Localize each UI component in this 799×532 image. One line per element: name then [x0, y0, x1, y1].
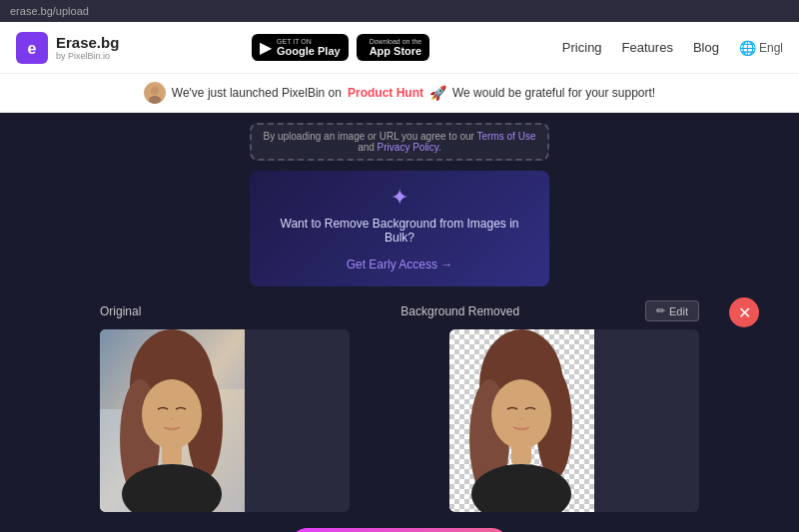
product-hunt-link[interactable]: Product Hunt [348, 86, 423, 100]
promo-banner: ✦ Want to Remove Background from Images … [250, 171, 549, 286]
main-content: By uploading an image or URL you agree t… [0, 113, 799, 532]
google-play-button[interactable]: ▶ GET IT ON Google Play [252, 34, 349, 61]
removed-image-container [449, 329, 699, 512]
background-removed-label: Background Removed [400, 304, 519, 318]
result-header: Original Background Removed ✏ Edit [100, 300, 699, 321]
nav-links: Pricing Features Blog 🌐 Engl [562, 40, 783, 56]
banner-text-after: We would be grateful for your support! [452, 86, 655, 100]
promo-icon: ✦ [266, 185, 533, 211]
original-label: Original [100, 304, 141, 318]
logo-sub: by PixelBin.io [56, 51, 119, 61]
language-selector[interactable]: 🌐 Engl [739, 40, 783, 56]
edit-icon: ✏ [656, 304, 665, 317]
svg-point-4 [149, 96, 161, 104]
app-store-text: Download on the App Store [370, 38, 422, 57]
download-button[interactable]: Download Original Size [290, 528, 509, 532]
early-access-button[interactable]: Get Early Access → [347, 258, 453, 271]
app-store-top-label: Download on the [370, 38, 422, 45]
upload-area: By uploading an image or URL you agree t… [250, 123, 549, 161]
features-link[interactable]: Features [622, 40, 673, 55]
app-store-button[interactable]: Download on the App Store [357, 34, 430, 61]
browser-bar: erase.bg/upload [0, 0, 799, 22]
logo-text-area: Erase.bg by PixelBin.io [56, 34, 119, 61]
privacy-link[interactable]: Privacy Policy. [378, 142, 441, 153]
logo-title: Erase.bg [56, 34, 119, 51]
svg-point-3 [151, 87, 159, 95]
original-image-container [100, 329, 350, 512]
blog-link[interactable]: Blog [693, 40, 719, 55]
terms-text: By uploading an image or URL you agree t… [264, 131, 474, 142]
terms-link[interactable]: Terms of Use [477, 131, 536, 142]
close-button[interactable]: ✕ [729, 297, 759, 327]
svg-point-20 [491, 379, 551, 449]
lang-label: Engl [759, 41, 783, 55]
logo-area: e Erase.bg by PixelBin.io [16, 32, 119, 64]
original-image [100, 329, 245, 512]
google-play-icon: ▶ [260, 38, 272, 57]
google-play-text: GET IT ON Google Play [277, 38, 341, 57]
edit-button[interactable]: ✏ Edit [645, 300, 699, 321]
svg-point-14 [142, 379, 202, 449]
announcement-banner: We've just launched PixelBin on Product … [0, 74, 799, 113]
rocket-icon: 🚀 [429, 85, 446, 101]
logo-icon: e [16, 32, 48, 64]
banner-avatar [144, 82, 166, 104]
browser-url: erase.bg/upload [10, 5, 89, 17]
nav-store-buttons: ▶ GET IT ON Google Play Download on the … [252, 34, 429, 61]
banner-text-before: We've just launched PixelBin on [172, 86, 342, 100]
promo-text: Want to Remove Background from Images in… [266, 217, 533, 245]
edit-label: Edit [669, 305, 688, 317]
images-row [100, 329, 699, 512]
svg-text:e: e [28, 40, 37, 57]
result-section: Original Background Removed ✏ Edit [100, 300, 699, 512]
removed-image [449, 329, 594, 512]
flag-icon: 🌐 [739, 40, 756, 56]
google-play-name: Google Play [277, 45, 341, 57]
app-store-name: App Store [370, 45, 422, 57]
upload-terms: By uploading an image or URL you agree t… [262, 131, 537, 153]
and-text: and [358, 142, 375, 153]
pricing-link[interactable]: Pricing [562, 40, 602, 55]
top-nav: e Erase.bg by PixelBin.io ▶ GET IT ON Go… [0, 22, 799, 74]
google-play-top-label: GET IT ON [277, 38, 341, 45]
